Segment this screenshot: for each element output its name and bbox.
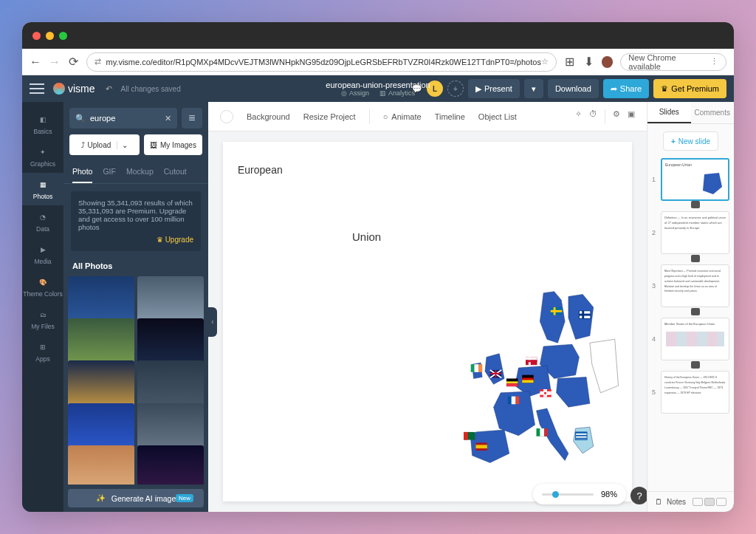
slide-text-union[interactable]: Union	[352, 230, 381, 243]
bookmark-star-icon[interactable]: ☆	[541, 57, 549, 66]
rail-theme-colors[interactable]: 🎨Theme Colors	[22, 270, 63, 303]
slide-thumb-3[interactable]: 3 Main Objectives — Promote economic and…	[652, 264, 729, 307]
slide-options-icon[interactable]	[691, 255, 700, 262]
svg-rect-14	[526, 360, 537, 362]
slide-thumb-1[interactable]: 1 European Union	[652, 158, 729, 201]
results-info: Showing 35,341,093 results of which 35,3…	[71, 191, 201, 251]
download-icon[interactable]: ⬇	[583, 56, 594, 68]
profile-avatar[interactable]	[602, 56, 613, 68]
zoom-value: 98%	[601, 490, 617, 499]
upgrade-link[interactable]: ♛ Upgrade	[157, 236, 193, 244]
slide-options-icon[interactable]	[691, 308, 700, 315]
autosave-status: All changes saved	[121, 85, 181, 93]
slide-text-european[interactable]: European	[238, 164, 283, 176]
svg-rect-9	[478, 364, 482, 372]
settings-icon[interactable]: ⚙	[613, 109, 620, 124]
slide-thumb-2[interactable]: 2 Definition — Is an economic and politi…	[652, 211, 729, 254]
svg-rect-22	[512, 397, 516, 405]
slides-panel: Slides Comments +New slide 1 European Un…	[647, 102, 734, 512]
add-user-button[interactable]: +	[447, 81, 464, 97]
back-icon[interactable]: ←	[30, 56, 41, 68]
close-dot[interactable]	[32, 32, 41, 40]
upload-dropdown-icon[interactable]: ⌄	[117, 141, 128, 149]
slide-options-icon[interactable]	[691, 361, 700, 369]
tab-gif[interactable]: GIF	[103, 161, 116, 183]
svg-rect-32	[475, 445, 487, 448]
svg-rect-29	[540, 428, 544, 437]
url-bar[interactable]: ⇄ my.visme.co/editor/R1pQMXp4MDcvVEJTM3l…	[86, 52, 556, 72]
view-grid-icon[interactable]	[693, 498, 703, 506]
svg-rect-36	[576, 432, 587, 434]
slide-thumb-4[interactable]: 4 Member States of the European Union	[652, 318, 729, 360]
tab-slides[interactable]: Slides	[647, 102, 691, 123]
generate-ai-button[interactable]: ✨ Generate AI image New	[68, 489, 204, 507]
share-button[interactable]: ➦Share	[603, 79, 649, 98]
crop-icon[interactable]: ▣	[628, 109, 635, 124]
color-circle[interactable]	[220, 110, 233, 123]
slide-canvas[interactable]: European Union	[223, 142, 632, 502]
window-titlebar	[22, 22, 734, 49]
new-slide-button[interactable]: +New slide	[663, 131, 718, 151]
help-button[interactable]: ?	[630, 487, 647, 504]
extension-icon[interactable]: ⊞	[564, 56, 575, 68]
download-button[interactable]: Download	[548, 79, 599, 98]
photo-search-input[interactable]: 🔍 ✕	[69, 108, 177, 129]
chrome-update-pill[interactable]: New Chrome available⋮	[620, 53, 726, 71]
background-button[interactable]: Background	[247, 112, 290, 121]
search-field[interactable]	[90, 114, 165, 123]
rail-basics[interactable]: ◧Basics	[22, 108, 63, 140]
photo-result[interactable]	[137, 445, 204, 485]
photo-results-grid	[63, 276, 208, 485]
slide-thumb-5[interactable]: 5 History of the European Union — 1951 E…	[652, 371, 729, 414]
undo-icon[interactable]: ↶	[106, 84, 112, 94]
slide-options-icon[interactable]	[691, 201, 700, 208]
filter-button[interactable]: ≡	[182, 108, 202, 129]
svg-rect-20	[506, 383, 518, 386]
photo-result[interactable]	[68, 445, 134, 485]
assign-link[interactable]: Assign	[349, 89, 369, 97]
doc-title[interactable]: european-union-presentation	[326, 81, 430, 89]
clear-search-icon[interactable]: ✕	[165, 114, 171, 123]
rail-data[interactable]: ◔Data	[22, 205, 63, 238]
zoom-control[interactable]: 98%	[533, 484, 626, 504]
animate-icon: ○	[383, 112, 388, 121]
upload-button[interactable]: ⤴ Upload ⌄	[69, 134, 140, 155]
my-images-button[interactable]: 🖼 My Images	[144, 134, 202, 155]
get-premium-button[interactable]: ♛Get Premium	[653, 79, 726, 98]
menu-icon[interactable]	[30, 83, 44, 94]
rail-apps[interactable]: ⊞Apps	[22, 335, 63, 368]
zoom-slider[interactable]	[542, 493, 594, 496]
animate-button[interactable]: ○Animate	[383, 112, 422, 121]
timer-icon[interactable]: ⏱	[589, 109, 597, 124]
resize-button[interactable]: Resize Project	[303, 112, 356, 121]
present-dropdown[interactable]: ▾	[524, 79, 543, 98]
forward-icon[interactable]: →	[49, 56, 61, 68]
analytics-link[interactable]: Analytics	[388, 89, 415, 97]
canvas-area: Background Resize Project ○Animate Timel…	[208, 102, 647, 512]
svg-rect-2	[551, 310, 562, 312]
svg-rect-34	[464, 432, 468, 440]
objectlist-button[interactable]: Object List	[478, 112, 517, 121]
magic-icon[interactable]: ✧	[575, 109, 582, 124]
view-single-icon[interactable]	[704, 498, 715, 506]
photo-type-tabs: Photo GIF Mockup Cutout	[63, 161, 208, 184]
tab-cutout[interactable]: Cutout	[164, 161, 187, 183]
reload-icon[interactable]: ⟳	[68, 56, 79, 68]
rail-photos[interactable]: ▦Photos	[22, 173, 63, 205]
min-dot[interactable]	[46, 32, 54, 40]
rail-my-files[interactable]: 🗂My Files	[22, 303, 63, 335]
rail-media[interactable]: ▶Media	[22, 238, 63, 270]
tab-mockup[interactable]: Mockup	[126, 161, 154, 183]
url-text: my.visme.co/editor/R1pQMXp4MDcvVEJTM3lWN…	[106, 58, 540, 66]
ai-sparkle-icon: ✨	[96, 493, 106, 503]
rail-graphics[interactable]: ✦Graphics	[22, 140, 63, 173]
tab-photo[interactable]: Photo	[72, 161, 92, 183]
timeline-button[interactable]: Timeline	[435, 112, 465, 121]
view-list-icon[interactable]	[716, 498, 726, 506]
present-button[interactable]: ▶Present	[468, 79, 520, 98]
max-dot[interactable]	[59, 32, 67, 40]
visme-logo[interactable]: visme	[53, 83, 95, 95]
notes-button[interactable]: 🗒 Notes	[647, 491, 734, 512]
eu-map-image[interactable]	[450, 286, 623, 493]
tab-comments[interactable]: Comments	[691, 102, 735, 123]
